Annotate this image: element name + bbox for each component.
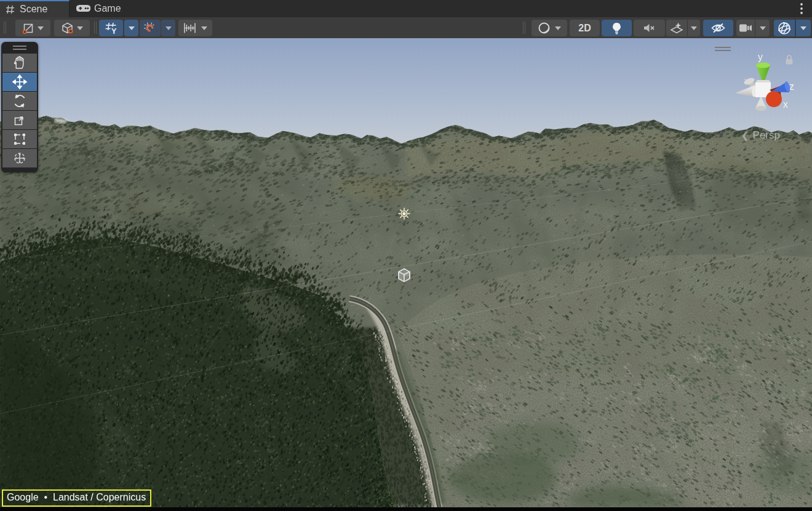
svg-text:Y: Y (111, 27, 117, 35)
svg-text:x: x (783, 99, 788, 110)
svg-text:y: y (758, 52, 763, 62)
